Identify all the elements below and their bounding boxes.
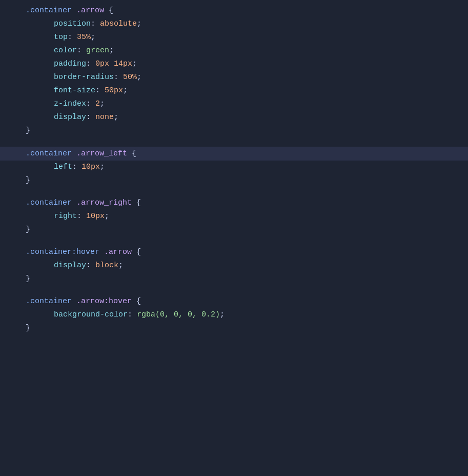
property-token: display bbox=[54, 260, 86, 272]
code-gap bbox=[0, 137, 468, 147]
code-line: } bbox=[0, 322, 468, 335]
value-color-token: green bbox=[86, 45, 109, 57]
code-line: .container .arrow_left { bbox=[0, 147, 468, 161]
value-number-token: 10px bbox=[82, 161, 100, 173]
property-token: border-radius bbox=[54, 71, 114, 84]
code-line: font-size: 50px; bbox=[0, 84, 468, 97]
value-number-token: 10px bbox=[86, 210, 105, 223]
code-line: right: 10px; bbox=[0, 210, 468, 223]
colon-token: : bbox=[68, 31, 77, 44]
property-token: display bbox=[54, 111, 86, 124]
selector-token: .container bbox=[26, 148, 76, 160]
code-line: .container .arrow:hover { bbox=[0, 295, 468, 308]
selector-token: .container bbox=[26, 295, 76, 308]
brace-token: } bbox=[26, 125, 30, 137]
colon-token: : bbox=[77, 45, 86, 57]
code-line: border-radius: 50%; bbox=[0, 71, 468, 84]
selector-token: .container bbox=[26, 5, 76, 17]
colon-token: : bbox=[86, 260, 95, 272]
value-number-token: 2 bbox=[95, 98, 100, 110]
semicolon-token: ; bbox=[100, 161, 105, 173]
semicolon-token: ; bbox=[91, 31, 95, 44]
colon-token: : bbox=[86, 98, 95, 110]
brace-token: } bbox=[26, 273, 30, 285]
value-keyword-token: none bbox=[95, 111, 114, 124]
semicolon-token: ; bbox=[109, 45, 114, 57]
class-name-token: .arrow:hover bbox=[76, 295, 132, 308]
code-line: } bbox=[0, 272, 468, 286]
brace-token: } bbox=[26, 224, 30, 236]
colon-token: : bbox=[86, 58, 95, 70]
class-name-token: .arrow_left bbox=[76, 148, 127, 160]
code-line: display: none; bbox=[0, 111, 468, 124]
selector-token: .container:hover bbox=[26, 246, 104, 259]
value-number-token: 35% bbox=[77, 31, 91, 44]
code-line: position: absolute; bbox=[0, 17, 468, 31]
colon-token: : bbox=[77, 210, 86, 223]
code-editor: .container .arrow {position: absolute;to… bbox=[0, 0, 468, 476]
code-line: .container .arrow_right { bbox=[0, 196, 468, 210]
property-token: top bbox=[54, 31, 68, 44]
semicolon-token: ; bbox=[100, 98, 105, 110]
code-line: padding: 0px 14px; bbox=[0, 57, 468, 71]
code-line: } bbox=[0, 223, 468, 236]
property-token: right bbox=[54, 210, 77, 223]
code-line: color: green; bbox=[0, 44, 468, 57]
value-number-token: 0px 14px bbox=[95, 58, 132, 70]
colon-token: : bbox=[86, 111, 95, 124]
semicolon-token: ; bbox=[105, 210, 109, 223]
code-line: background-color: rgba(0, 0, 0, 0.2); bbox=[0, 308, 468, 322]
value-keyword-token: absolute bbox=[100, 18, 137, 30]
property-token: position bbox=[54, 18, 91, 30]
brace-token: { bbox=[132, 295, 141, 308]
class-name-token: .arrow bbox=[76, 5, 104, 17]
colon-token: : bbox=[91, 18, 100, 30]
colon-token: : bbox=[95, 85, 105, 97]
code-line: z-index: 2; bbox=[0, 97, 468, 111]
value-color-token: rgba(0, 0, 0, 0.2) bbox=[137, 309, 220, 321]
value-keyword-token: block bbox=[95, 260, 118, 272]
semicolon-token: ; bbox=[137, 71, 141, 84]
semicolon-token: ; bbox=[114, 111, 118, 124]
code-line: top: 35%; bbox=[0, 31, 468, 44]
value-number-token: 50% bbox=[123, 71, 137, 84]
semicolon-token: ; bbox=[132, 58, 137, 70]
code-line: .container .arrow { bbox=[0, 4, 468, 17]
property-token: padding bbox=[54, 58, 86, 70]
code-line: display: block; bbox=[0, 259, 468, 272]
value-number-token: 50px bbox=[105, 85, 123, 97]
brace-token: { bbox=[132, 246, 141, 259]
code-line: } bbox=[0, 174, 468, 187]
code-gap bbox=[0, 187, 468, 196]
property-token: color bbox=[54, 45, 77, 57]
brace-token: { bbox=[104, 5, 113, 17]
brace-token: { bbox=[132, 197, 141, 209]
property-token: left bbox=[54, 161, 72, 173]
class-name-token: .arrow bbox=[104, 246, 132, 259]
semicolon-token: ; bbox=[220, 309, 225, 321]
property-token: background-color bbox=[54, 309, 128, 321]
class-name-token: .arrow_right bbox=[76, 197, 132, 209]
code-line: } bbox=[0, 124, 468, 137]
colon-token: : bbox=[128, 309, 137, 321]
property-token: z-index bbox=[54, 98, 86, 110]
semicolon-token: ; bbox=[118, 260, 123, 272]
code-line: .container:hover .arrow { bbox=[0, 246, 468, 259]
property-token: font-size bbox=[54, 85, 95, 97]
selector-token: .container bbox=[26, 197, 76, 209]
code-gap bbox=[0, 236, 468, 246]
colon-token: : bbox=[114, 71, 123, 84]
semicolon-token: ; bbox=[137, 18, 141, 30]
semicolon-token: ; bbox=[123, 85, 128, 97]
brace-token: } bbox=[26, 322, 30, 334]
code-gap bbox=[0, 286, 468, 295]
colon-token: : bbox=[72, 161, 82, 173]
code-line: left: 10px; bbox=[0, 161, 468, 174]
brace-token: } bbox=[26, 174, 30, 187]
brace-token: { bbox=[127, 148, 136, 160]
